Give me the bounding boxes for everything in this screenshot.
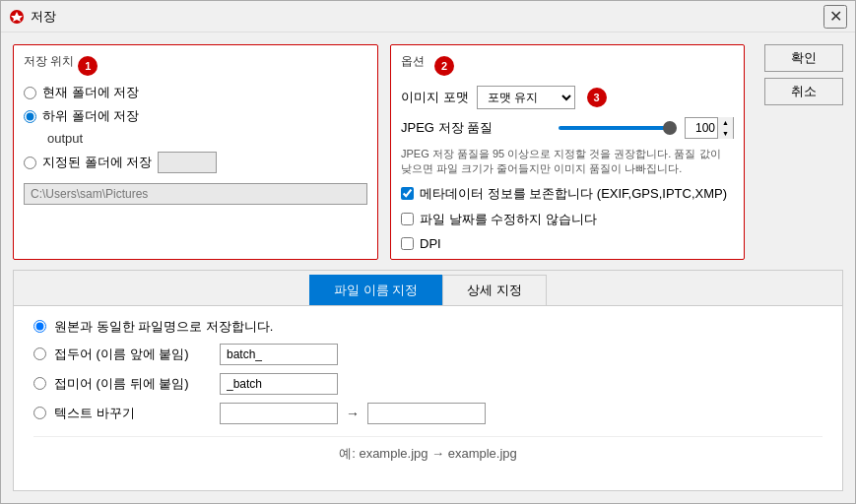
options-panel: 옵션 2 이미지 포맷 포맷 유지 JPEG PNG TIFF BMP 3 JP… (390, 44, 745, 260)
badge-3: 3 (587, 88, 607, 107)
filename-row-3: 텍스트 바꾸기 → (33, 403, 823, 424)
checkbox-dpi-label[interactable]: DPI (420, 236, 441, 251)
sub-folder-name: output (47, 131, 367, 146)
radio-sub-label[interactable]: 하위 폴더에 저장 (42, 107, 139, 125)
quality-spinners: ▲ ▼ (717, 117, 733, 139)
quality-number-box: 100 ▲ ▼ (685, 117, 734, 139)
filename-row-2: 접미어 (이름 뒤에 붙임) (33, 373, 823, 395)
filename-label-0[interactable]: 원본과 동일한 파일명으로 저장합니다. (54, 318, 273, 336)
checkbox-dpi[interactable]: DPI (401, 236, 734, 251)
quality-spin-up[interactable]: ▲ (717, 117, 733, 128)
radio-current[interactable]: 현재 폴더에 저장 (24, 84, 367, 101)
checkbox-dpi-input[interactable] (401, 237, 414, 250)
filename-radio-3[interactable] (33, 407, 46, 419)
quality-slider-container (559, 126, 677, 130)
tab-content: 원본과 동일한 파일명으로 저장합니다. 접두어 (이름 앞에 붙임) 접미어 … (14, 306, 842, 490)
filename-radio-0[interactable] (33, 320, 46, 333)
warning-text: JPEG 저장 품질을 95 이상으로 지정할 것을 권장합니다. 품질 값이 … (401, 147, 734, 177)
filename-label-1[interactable]: 접두어 (이름 앞에 붙임) (54, 346, 212, 363)
tab-detail[interactable]: 상세 지정 (442, 275, 547, 305)
cancel-button[interactable]: 취소 (764, 78, 843, 105)
main-window: 저장 ✕ 저장 위치 1 현재 폴더에 저장 하위 폴더에 저장 (0, 0, 856, 504)
radio-sub[interactable]: 하위 폴더에 저장 (24, 107, 367, 125)
radio-current-label[interactable]: 현재 폴더에 저장 (42, 84, 139, 101)
filename-input-2[interactable] (220, 373, 338, 395)
filename-input-3a[interactable] (220, 403, 338, 424)
bottom-section: 파일 이름 지정 상세 지정 원본과 동일한 파일명으로 저장합니다. 접두어 … (13, 270, 843, 491)
filename-input-3b[interactable] (367, 403, 486, 424)
quality-number-input[interactable]: 100 (686, 121, 717, 135)
format-select[interactable]: 포맷 유지 JPEG PNG TIFF BMP (477, 86, 575, 109)
radio-specified-label[interactable]: 지정된 폴더에 저장 (42, 154, 152, 171)
jpeg-quality-label: JPEG 저장 품질 (401, 119, 551, 137)
quality-spin-down[interactable]: ▼ (717, 128, 733, 139)
checkbox-metadata-label[interactable]: 메타데이터 정보를 보존합니다 (EXIF,GPS,IPTC,XMP) (420, 185, 727, 203)
filename-input-1[interactable] (220, 344, 338, 365)
badge-1: 1 (78, 56, 98, 76)
options-title-row: 옵션 2 (401, 53, 734, 78)
quality-slider[interactable] (559, 126, 677, 130)
filename-label-2[interactable]: 접미어 (이름 뒤에 붙임) (54, 375, 212, 393)
main-content: 저장 위치 1 현재 폴더에 저장 하위 폴더에 저장 output (1, 32, 855, 503)
checkbox-metadata[interactable]: 메타데이터 정보를 보존합니다 (EXIF,GPS,IPTC,XMP) (401, 185, 734, 203)
jpeg-quality-row: JPEG 저장 품질 100 ▲ ▼ (401, 117, 734, 139)
example-text: 예: example.jpg → example.jpg (33, 436, 823, 471)
checkbox-date-label[interactable]: 파일 날짜를 수정하지 않습니다 (420, 211, 597, 228)
checkbox-date[interactable]: 파일 날짜를 수정하지 않습니다 (401, 211, 734, 228)
badge-2: 2 (434, 56, 454, 76)
checkbox-date-input[interactable] (401, 213, 414, 225)
close-button[interactable]: ✕ (823, 5, 847, 29)
save-location-title: 저장 위치 (24, 53, 74, 70)
button-group: 확인 취소 (764, 44, 843, 260)
save-location-panel: 저장 위치 1 현재 폴더에 저장 하위 폴더에 저장 output (13, 44, 378, 260)
arrow-icon: → (346, 406, 360, 421)
filename-label-3[interactable]: 텍스트 바꾸기 (54, 405, 212, 422)
options-title: 옵션 (401, 53, 425, 70)
filename-radio-1[interactable] (33, 347, 46, 360)
radio-specified[interactable]: 지정된 폴더에 저장 (24, 152, 367, 173)
app-icon (9, 9, 25, 25)
filename-row-1: 접두어 (이름 앞에 붙임) (33, 344, 823, 365)
radio-specified-input[interactable] (24, 157, 36, 169)
tab-bar: 파일 이름 지정 상세 지정 (14, 271, 842, 306)
format-row: 이미지 포맷 포맷 유지 JPEG PNG TIFF BMP 3 (401, 86, 734, 109)
checkbox-metadata-input[interactable] (401, 187, 414, 200)
window-title: 저장 (31, 8, 823, 26)
tab-filename[interactable]: 파일 이름 지정 (309, 275, 442, 305)
confirm-button[interactable]: 확인 (764, 44, 843, 72)
radio-sub-input[interactable] (24, 110, 36, 123)
radio-current-input[interactable] (24, 87, 36, 99)
filename-radio-2[interactable] (33, 377, 46, 390)
save-location-options: 현재 폴더에 저장 하위 폴더에 저장 output 지정된 폴더에 저장 (24, 84, 367, 205)
folder-browse-input[interactable] (158, 152, 217, 173)
filename-row-0: 원본과 동일한 파일명으로 저장합니다. (33, 318, 823, 336)
path-input[interactable] (24, 183, 367, 205)
top-section: 저장 위치 1 현재 폴더에 저장 하위 폴더에 저장 output (13, 44, 843, 260)
format-label: 이미지 포맷 (401, 89, 469, 106)
save-location-title-row: 저장 위치 1 (24, 53, 367, 78)
title-bar: 저장 ✕ (1, 1, 855, 32)
